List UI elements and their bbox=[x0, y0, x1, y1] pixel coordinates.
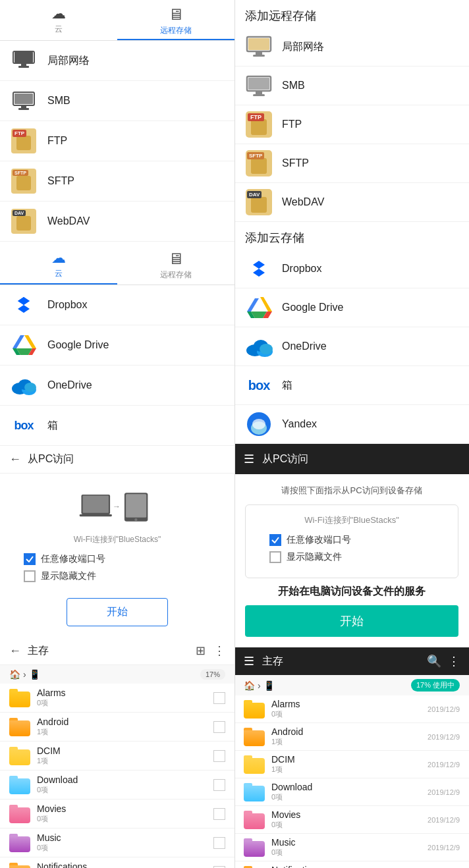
smb-icon bbox=[11, 88, 37, 114]
right-box-label: 箱 bbox=[282, 379, 292, 393]
tab-remote-left[interactable]: 🖥 远程存储 bbox=[117, 0, 234, 40]
right-file-date-movies: 2019/12/9 bbox=[428, 816, 460, 824]
right-gdrive-item[interactable]: Google Drive bbox=[234, 288, 469, 327]
left-dropbox-label: Dropbox bbox=[47, 299, 87, 311]
svg-point-27 bbox=[134, 518, 137, 521]
monitor-icon: 🖥 bbox=[168, 5, 184, 24]
tab-cloud-left2[interactable]: ☁ 云 bbox=[0, 244, 117, 285]
left-smb-item[interactable]: SMB bbox=[0, 81, 234, 121]
right-ftp-item[interactable]: FTP FTP bbox=[234, 105, 469, 144]
left-file-item-download[interactable]: Download 0项 bbox=[0, 771, 234, 800]
right-yandex-item[interactable]: Yandex bbox=[234, 405, 469, 444]
left-fm-breadcrumb: 🏠 › 📱 17% bbox=[0, 665, 234, 684]
right-file-name-alarms: Alarms bbox=[271, 699, 428, 709]
right-gdrive-label: Google Drive bbox=[282, 302, 343, 313]
right-file-item-alarms[interactable]: Alarms 0项 2019/12/9 bbox=[234, 695, 469, 723]
svg-rect-26 bbox=[126, 494, 146, 517]
right-file-info-movies: Movies 0项 bbox=[271, 809, 428, 830]
right-onedrive-item[interactable]: OneDrive bbox=[234, 327, 469, 366]
right-add-cloud-title-container: 添加云存储 bbox=[234, 222, 469, 250]
right-local-network-item[interactable]: 局部网络 bbox=[234, 28, 469, 67]
left-ftp-item[interactable]: FTP FTP bbox=[0, 121, 234, 161]
left-file-item-dcim[interactable]: DCIM 1项 bbox=[0, 742, 234, 771]
right-file-item-music[interactable]: Music 0项 2019/12/9 bbox=[234, 834, 469, 861]
left-file-checkbox-notifications[interactable] bbox=[213, 866, 225, 869]
left-file-checkbox-dcim[interactable] bbox=[213, 750, 225, 762]
svg-rect-0 bbox=[14, 51, 33, 63]
left-file-info-movies: Movies 0项 bbox=[37, 803, 213, 824]
right-smb-icon bbox=[245, 72, 273, 99]
left-fm-back-button[interactable]: ← bbox=[9, 644, 21, 658]
folder-icon-dcim bbox=[9, 747, 30, 765]
right-file-name-movies: Movies bbox=[271, 809, 428, 820]
left-pc-access-header: ← 从PC访问 bbox=[0, 446, 234, 474]
pc-access-back-button[interactable]: ← bbox=[9, 452, 21, 466]
right-webdav-item[interactable]: DAV WebDAV bbox=[234, 183, 469, 222]
cloud-icon2: ☁ bbox=[51, 250, 66, 267]
left-file-info-download: Download 0项 bbox=[37, 774, 213, 795]
right-box-item[interactable]: box 箱 bbox=[234, 366, 469, 405]
left-fm-grid-icon[interactable]: ⊞ bbox=[196, 643, 206, 658]
left-checkbox-port[interactable] bbox=[24, 553, 36, 565]
pc-access-illustration: → bbox=[78, 484, 157, 530]
left-file-checkbox-music[interactable] bbox=[213, 837, 225, 849]
right-fm-menu-icon[interactable]: ☰ bbox=[244, 654, 254, 668]
svg-point-48 bbox=[252, 419, 265, 429]
right-checkbox-port-label: 任意修改端口号 bbox=[287, 534, 351, 546]
right-onedrive-icon bbox=[245, 333, 273, 360]
right-menu-icon[interactable]: ☰ bbox=[244, 452, 254, 466]
tab-cloud-left[interactable]: ☁ 云 bbox=[0, 0, 117, 40]
left-file-checkbox-download[interactable] bbox=[213, 779, 225, 791]
left-webdav-item[interactable]: DAV WebDAV bbox=[0, 202, 234, 242]
left-dropbox-item[interactable]: Dropbox bbox=[0, 285, 234, 325]
right-fm-dark-header: ☰ 主存 🔍 ⋮ bbox=[234, 647, 469, 675]
folder-icon-notifications bbox=[9, 863, 30, 869]
right-folder-icon-notifications bbox=[244, 866, 265, 869]
right-sftp-icon: SFTP bbox=[245, 149, 273, 177]
left-file-name-movies: Movies bbox=[37, 803, 213, 814]
left-fm-title: 主存 bbox=[28, 644, 196, 658]
left-local-network-item[interactable]: 局部网络 bbox=[0, 41, 234, 81]
left-onedrive-item[interactable]: OneDrive bbox=[0, 366, 234, 406]
right-file-item-android[interactable]: Android 1项 2019/12/9 bbox=[234, 723, 469, 751]
left-file-item-android[interactable]: Android 1项 bbox=[0, 713, 234, 742]
left-webdav-label: WebDAV bbox=[47, 215, 90, 227]
right-sftp-item[interactable]: SFTP SFTP bbox=[234, 144, 469, 183]
right-folder-icon-dcim bbox=[244, 755, 265, 774]
left-wifi-text: Wi-Fi连接到"BlueStacks" bbox=[74, 534, 161, 545]
right-yandex-icon bbox=[245, 410, 273, 438]
right-file-item-dcim[interactable]: DCIM 1项 2019/12/9 bbox=[234, 751, 469, 778]
right-file-item-download[interactable]: Download 0项 2019/12/9 bbox=[234, 778, 469, 806]
right-checkbox-hidden-label: 显示隐藏文件 bbox=[287, 551, 342, 563]
left-box-item[interactable]: box 箱 bbox=[0, 406, 234, 446]
left-file-checkbox-alarms[interactable] bbox=[213, 692, 225, 704]
right-fm-search-icon[interactable]: 🔍 bbox=[427, 654, 441, 668]
left-file-checkbox-movies[interactable] bbox=[213, 808, 225, 820]
left-checkbox-hidden[interactable] bbox=[24, 570, 36, 582]
right-file-item-notifications[interactable]: Notifications 0项 2019/12/9 bbox=[234, 861, 469, 868]
left-start-button[interactable]: 开始 bbox=[67, 598, 168, 626]
right-fm-title: 主存 bbox=[262, 655, 427, 668]
tab-remote-left2[interactable]: 🖥 远程存储 bbox=[117, 244, 234, 285]
left-file-item-movies[interactable]: Movies 0项 bbox=[0, 800, 234, 828]
right-cloud-storage-list: Dropbox Google Drive bbox=[234, 250, 469, 444]
right-dropbox-item[interactable]: Dropbox bbox=[234, 250, 469, 288]
left-file-list: Alarms 0项 Android 1项 DCIM 1项 bbox=[0, 684, 234, 868]
left-fm-more-icon[interactable]: ⋮ bbox=[213, 643, 225, 658]
left-file-count-download: 0项 bbox=[37, 785, 213, 795]
right-checkbox-port[interactable] bbox=[269, 534, 281, 546]
svg-rect-29 bbox=[248, 38, 269, 50]
left-file-item-alarms[interactable]: Alarms 0项 bbox=[0, 684, 234, 713]
left-sftp-item[interactable]: SFTP SFTP bbox=[0, 161, 234, 202]
right-smb-item[interactable]: SMB bbox=[234, 67, 469, 105]
left-onedrive-label: OneDrive bbox=[47, 379, 92, 391]
right-start-button[interactable]: 开始 bbox=[245, 605, 458, 637]
left-gdrive-item[interactable]: Google Drive bbox=[0, 325, 234, 366]
svg-text:→: → bbox=[113, 502, 121, 511]
left-file-checkbox-android[interactable] bbox=[213, 721, 225, 733]
left-file-item-music[interactable]: Music 0项 bbox=[0, 828, 234, 857]
right-file-item-movies[interactable]: Movies 0项 2019/12/9 bbox=[234, 806, 469, 834]
right-fm-more-icon[interactable]: ⋮ bbox=[448, 654, 460, 668]
right-checkbox-hidden[interactable] bbox=[269, 551, 281, 563]
left-file-item-notifications[interactable]: Notifications 0项 bbox=[0, 857, 234, 868]
